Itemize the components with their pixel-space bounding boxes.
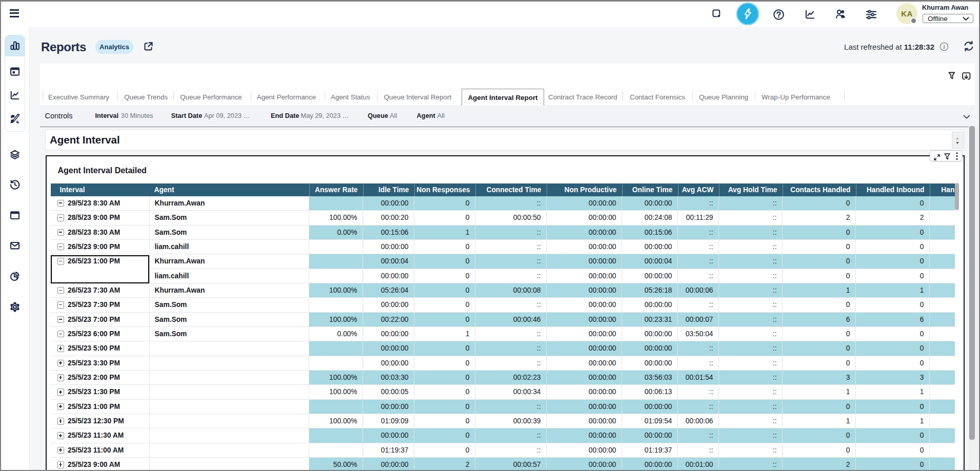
svg-text:i: i xyxy=(944,44,945,50)
